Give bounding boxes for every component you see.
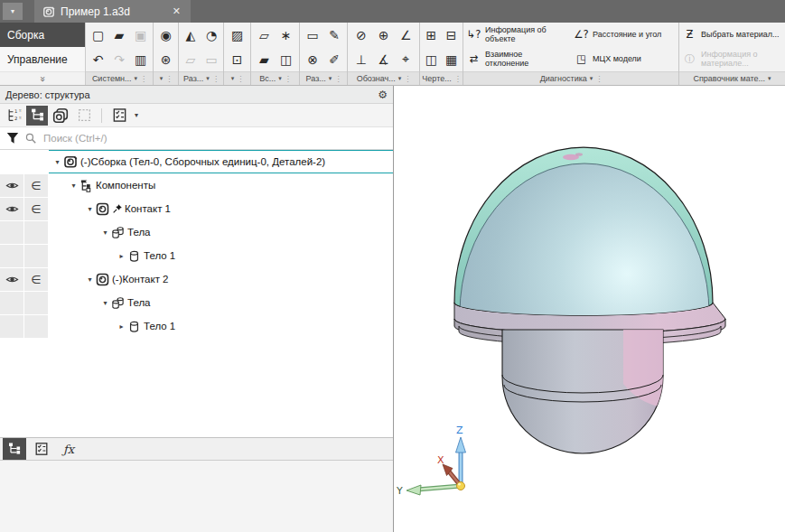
edit-component-button[interactable]: ◉ — [156, 24, 176, 46]
tolerance-button[interactable]: ⊕ — [374, 24, 394, 46]
pocket-button[interactable]: ⊡ — [228, 49, 248, 70]
inclusion-cell[interactable] — [24, 245, 48, 267]
expander-icon[interactable]: ▾ — [85, 205, 95, 213]
tree-row-body-1a[interactable]: ▸ Тело 1 — [0, 244, 393, 267]
roughness-button[interactable]: ∠ — [396, 24, 416, 46]
view-button[interactable]: ◫ — [421, 49, 441, 70]
tree-filter-list-button[interactable] — [108, 106, 130, 126]
position-button[interactable]: ⌖ — [396, 49, 416, 70]
expander-icon[interactable]: ▸ — [117, 252, 126, 260]
tab-parameters[interactable] — [30, 438, 53, 460]
chevron-down-icon[interactable]: ▾ — [135, 111, 138, 119]
operation-a-button[interactable]: ▱ — [181, 49, 201, 70]
coordinate-axes[interactable]: Z Y X — [396, 425, 466, 497]
revolve-button[interactable]: ◔ — [201, 24, 221, 46]
draw-a-button[interactable]: ✎ — [324, 24, 344, 46]
weld-button[interactable]: ∡ — [374, 49, 394, 70]
group-label-operations[interactable]: Раз... ▾ ⋮ — [179, 71, 223, 85]
inclusion-cell[interactable]: ∈ — [24, 198, 48, 220]
visibility-cell[interactable] — [0, 198, 23, 220]
tree-order-button[interactable] — [3, 106, 24, 126]
extrude-button[interactable]: ◭ — [181, 24, 201, 46]
visibility-cell[interactable] — [0, 292, 23, 314]
group-label-features[interactable]: ▾ ⋮ — [224, 71, 250, 85]
tree-selection-button[interactable] — [73, 106, 95, 126]
draw-b-button[interactable]: ✐ — [324, 49, 344, 70]
group-label-drawing[interactable]: Черте... ⋮ — [420, 71, 463, 85]
tab-list-dropdown-button[interactable]: ▾ — [3, 3, 23, 20]
visibility-cell[interactable] — [0, 315, 23, 338]
operation-b-button[interactable]: ▭ — [201, 49, 221, 70]
expander-icon[interactable]: ▾ — [100, 229, 110, 237]
tree-row-contact-2[interactable]: ∈ ▾ (-)Контакт 2 — [0, 267, 393, 291]
group-label-designations[interactable]: Обознач... ▾ ⋮ — [348, 71, 419, 85]
inclusion-cell[interactable]: ∈ — [24, 174, 48, 197]
plane2-button[interactable]: ▰ — [254, 49, 274, 70]
mcx-model-button[interactable]: ◳ МЦХ модели — [571, 47, 678, 71]
inclusion-cell[interactable] — [24, 221, 48, 244]
sketch-button[interactable]: ▭ — [303, 24, 322, 46]
material-info-button[interactable]: ⓘ Информация о материале... — [679, 47, 785, 71]
tree-row-bodies-2[interactable]: ▾ Тела — [0, 291, 393, 314]
tree-row-contact-1[interactable]: ∈ ▾ Контакт 1 — [0, 197, 393, 220]
tree-components-button[interactable] — [50, 106, 71, 126]
ribbon-collapse-button[interactable]: » — [0, 72, 85, 85]
visibility-cell[interactable] — [0, 221, 23, 244]
expander-icon[interactable]: ▾ — [69, 182, 79, 190]
expander-icon[interactable]: ▾ — [52, 158, 62, 166]
inclusion-cell[interactable]: ∈ — [24, 268, 48, 291]
distance-angle-button[interactable]: ∠? Расстояние и угол — [571, 23, 678, 47]
visibility-cell[interactable] — [0, 151, 23, 173]
tree-row-bodies-1[interactable]: ▾ Тела — [0, 220, 393, 244]
3d-viewport[interactable]: Z Y X — [394, 86, 785, 532]
object-info-button[interactable]: ↳? Информация об объекте — [463, 23, 571, 47]
visibility-cell[interactable] — [0, 268, 23, 291]
inclusion-cell[interactable] — [24, 292, 48, 314]
tree-row-assembly[interactable]: ▾ (-)Сборка (Тел-0, Сборочных единиц-0, … — [0, 150, 393, 173]
search-input[interactable] — [42, 126, 393, 150]
point-button[interactable]: ∗ — [276, 24, 296, 46]
save-as-button[interactable]: ▥ — [131, 49, 151, 70]
table-button[interactable]: ▦ — [442, 49, 462, 70]
tree-row-components[interactable]: ∈ ▾ Компоненты — [0, 173, 393, 197]
tab-close-icon[interactable]: ✕ — [171, 5, 182, 17]
add-component-button[interactable]: ⊛ — [156, 49, 176, 70]
inclusion-cell[interactable] — [24, 151, 48, 173]
group-label-auxiliary[interactable]: Вс... ▾ ⋮ — [251, 71, 299, 85]
tree-row-body-2a[interactable]: ▸ Тело 1 — [0, 314, 393, 338]
filter-button[interactable] — [0, 127, 24, 149]
datum-button[interactable]: ⊥ — [351, 49, 371, 70]
expander-icon[interactable]: ▾ — [85, 275, 95, 284]
mutual-deviation-button[interactable]: ⇄ Взаимное отклонение — [463, 47, 571, 71]
group-label-diagnostics[interactable]: Диагностика ▾ ⋮ — [463, 71, 678, 85]
group-label-markup[interactable]: Раз... ▾ ⋮ — [300, 71, 347, 85]
boss-button[interactable]: ▨ — [228, 24, 248, 46]
cross-section-button[interactable]: ⊗ — [303, 49, 322, 70]
group-label-components[interactable]: ▾ ⋮ — [154, 71, 178, 85]
inclusion-cell[interactable] — [24, 315, 48, 338]
undo-button[interactable]: ↶ — [89, 49, 108, 70]
document-tab[interactable]: Пример 1.a3d ✕ — [34, 0, 191, 23]
tab-variables[interactable]: ƒx — [57, 438, 80, 460]
plane-button[interactable]: ▱ — [254, 24, 274, 46]
expander-icon[interactable]: ▸ — [117, 322, 126, 331]
finish-symbol-button[interactable]: ⊘ — [351, 24, 371, 46]
new-drawing-button[interactable]: ⊞ — [421, 24, 441, 46]
tree-structure-button[interactable] — [26, 106, 48, 126]
select-material-button[interactable]: Ƶ Выбрать материал... — [679, 23, 785, 47]
gear-icon[interactable]: ⚙ — [378, 89, 388, 101]
group-label-materials[interactable]: Справочник мате... ▾ — [679, 71, 785, 85]
specification-button[interactable]: ⊟ — [442, 24, 462, 46]
save-button[interactable]: ▣ — [131, 24, 151, 46]
group-label-system[interactable]: Системн... ▾ ⋮ — [86, 71, 153, 85]
snapshot-button[interactable]: ◫ — [276, 49, 296, 70]
menu-item-management[interactable]: Управление — [0, 47, 85, 72]
new-document-button[interactable]: ▢ — [89, 24, 108, 46]
menu-item-assembly[interactable]: Сборка — [0, 23, 85, 47]
visibility-cell[interactable] — [0, 245, 23, 267]
redo-button[interactable]: ↷ — [109, 49, 129, 70]
mushroom-model[interactable] — [454, 147, 725, 463]
tab-structure-tree[interactable] — [3, 438, 26, 460]
expander-icon[interactable]: ▾ — [100, 299, 110, 307]
open-document-button[interactable]: ▰ — [109, 24, 129, 46]
